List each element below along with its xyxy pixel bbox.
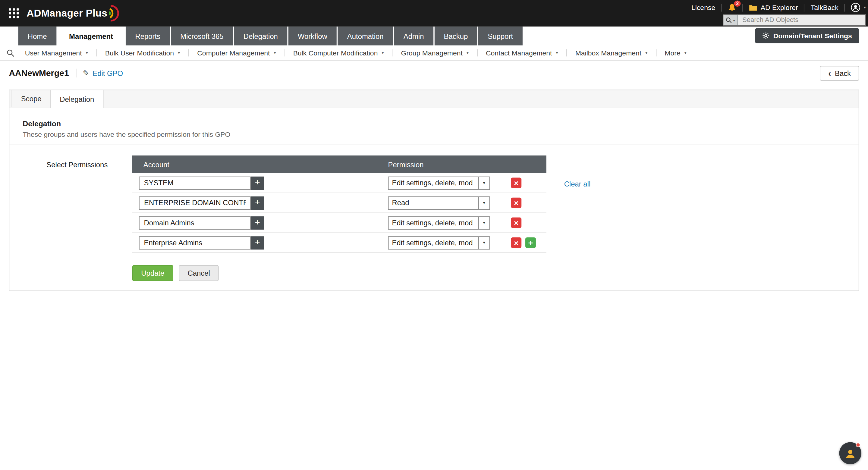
- remove-row-button[interactable]: ×: [511, 198, 521, 208]
- plus-icon: +: [255, 218, 260, 226]
- edit-gpo-link[interactable]: Edit GPO: [93, 69, 123, 77]
- notification-count-badge: 2: [734, 0, 741, 7]
- chevron-down-icon: ▾: [86, 50, 88, 56]
- add-row-button[interactable]: +: [525, 238, 536, 248]
- permission-column-header: Permission: [388, 160, 547, 169]
- user-avatar-icon: [851, 3, 861, 12]
- menu-contact-management[interactable]: Contact Management▾: [477, 49, 566, 57]
- account-picker-button[interactable]: +: [251, 236, 264, 249]
- plus-icon: +: [255, 198, 260, 207]
- permission-select[interactable]: Edit settings, delete, mod ▾: [388, 236, 490, 249]
- divider: [804, 4, 805, 11]
- permission-select[interactable]: Read ▾: [388, 196, 490, 209]
- table-row: + Edit settings, delete, mod ▾ ×: [132, 173, 547, 193]
- panel-heading-block: Delegation These groups and users have t…: [9, 120, 859, 145]
- ad-explorer-button[interactable]: AD Explorer: [749, 4, 798, 11]
- table-header-row: Account Permission: [132, 155, 547, 173]
- back-label: Back: [835, 69, 851, 77]
- notifications-button[interactable]: 2: [728, 3, 736, 12]
- license-link[interactable]: License: [691, 4, 715, 11]
- menu-computer-management[interactable]: Computer Management▾: [189, 49, 284, 57]
- account-input[interactable]: [139, 176, 251, 189]
- menu-mailbox-management[interactable]: Mailbox Management▾: [567, 49, 656, 57]
- menu-label: Contact Management: [486, 49, 552, 57]
- tab-delegation[interactable]: Delegation: [50, 90, 104, 108]
- table-row: + Edit settings, delete, mod ▾ ×: [132, 213, 547, 233]
- remove-row-button[interactable]: ×: [511, 218, 521, 228]
- plus-icon: +: [528, 239, 533, 247]
- search-icon: [726, 17, 732, 23]
- talkback-link[interactable]: TalkBack: [811, 4, 838, 11]
- ad-object-search: ▾: [723, 14, 866, 26]
- nav-tab-reports[interactable]: Reports: [126, 27, 170, 45]
- page-title: AANewMerge1: [9, 68, 69, 78]
- permission-select[interactable]: Edit settings, delete, mod ▾: [388, 216, 490, 229]
- chevron-down-icon: ▾: [645, 50, 647, 56]
- clear-all-link[interactable]: Clear all: [564, 180, 591, 188]
- page-header: AANewMerge1 ✎ Edit GPO ‹ Back: [0, 61, 868, 85]
- nav-tab-admin[interactable]: Admin: [394, 27, 433, 45]
- account-menu-button[interactable]: ▾: [851, 3, 866, 12]
- permission-value: Read: [389, 197, 478, 209]
- chevron-down-icon: ▾: [467, 50, 469, 56]
- close-icon: ×: [514, 239, 518, 247]
- support-chat-button[interactable]: [839, 442, 861, 464]
- close-icon: ×: [514, 179, 518, 187]
- section-heading: Delegation: [23, 120, 851, 128]
- nav-tab-delegation[interactable]: Delegation: [234, 27, 287, 45]
- permission-select[interactable]: Edit settings, delete, mod ▾: [388, 176, 490, 189]
- divider: [742, 4, 743, 11]
- nav-tab-home[interactable]: Home: [19, 27, 56, 45]
- permission-value: Edit settings, delete, mod: [389, 237, 478, 249]
- nav-tab-management[interactable]: Management: [57, 27, 124, 45]
- account-input[interactable]: [139, 236, 251, 249]
- cancel-button[interactable]: Cancel: [179, 265, 219, 281]
- nav-tab-workflow[interactable]: Workflow: [288, 27, 337, 45]
- brand-logo: ADManager Plus: [27, 5, 119, 22]
- permissions-table: Account Permission + Edit settings, dele…: [132, 155, 547, 253]
- pencil-icon: ✎: [83, 69, 90, 77]
- search-scope-button[interactable]: ▾: [724, 15, 738, 25]
- search-input[interactable]: [738, 15, 865, 25]
- account-input[interactable]: [139, 216, 251, 229]
- divider: [76, 69, 76, 77]
- chevron-down-icon: ▾: [556, 50, 558, 56]
- remove-row-button[interactable]: ×: [511, 238, 521, 248]
- brand-name: ADManager Plus: [27, 7, 107, 19]
- permission-value: Edit settings, delete, mod: [389, 177, 478, 189]
- account-input[interactable]: [139, 196, 251, 209]
- nav-tab-support[interactable]: Support: [478, 27, 522, 45]
- menu-bulk-user-modification[interactable]: Bulk User Modification▾: [97, 49, 188, 57]
- menu-label: Bulk Computer Modification: [293, 49, 378, 57]
- account-picker-button[interactable]: +: [251, 176, 264, 189]
- remove-row-button[interactable]: ×: [511, 178, 521, 188]
- menubar-search-button[interactable]: [4, 49, 17, 57]
- back-button[interactable]: ‹ Back: [820, 66, 859, 81]
- tab-scope[interactable]: Scope: [12, 90, 51, 107]
- chevron-down-icon: ▾: [478, 197, 490, 209]
- logo-swoosh-icon: [109, 5, 119, 22]
- menu-group-management[interactable]: Group Management▾: [393, 49, 477, 57]
- menu-more[interactable]: More▾: [656, 49, 695, 57]
- top-bar: ADManager Plus License 2: [0, 0, 868, 27]
- nav-tab-microsoft-365[interactable]: Microsoft 365: [171, 27, 233, 45]
- menu-label: Mailbox Management: [575, 49, 642, 57]
- ad-explorer-label: AD Explorer: [761, 4, 798, 11]
- select-permissions-label: Select Permissions: [46, 155, 132, 169]
- account-picker-button[interactable]: +: [251, 196, 264, 209]
- section-description: These groups and users have the specifie…: [23, 130, 851, 138]
- app-launcher-icon[interactable]: [9, 8, 19, 19]
- menu-label: Bulk User Modification: [105, 49, 174, 57]
- chevron-down-icon: ▾: [478, 177, 490, 189]
- menu-user-management[interactable]: User Management▾: [17, 49, 96, 57]
- support-person-icon: [844, 447, 856, 460]
- domain-tenant-settings-label: Domain/Tenant Settings: [773, 32, 852, 40]
- folder-icon: [749, 4, 757, 11]
- update-button[interactable]: Update: [132, 265, 173, 281]
- menu-bulk-computer-modification[interactable]: Bulk Computer Modification▾: [285, 49, 392, 57]
- nav-tab-automation[interactable]: Automation: [338, 27, 393, 45]
- nav-tab-backup[interactable]: Backup: [434, 27, 477, 45]
- account-picker-button[interactable]: +: [251, 216, 264, 229]
- permission-value: Edit settings, delete, mod: [389, 217, 478, 229]
- domain-tenant-settings-button[interactable]: Domain/Tenant Settings: [755, 28, 859, 43]
